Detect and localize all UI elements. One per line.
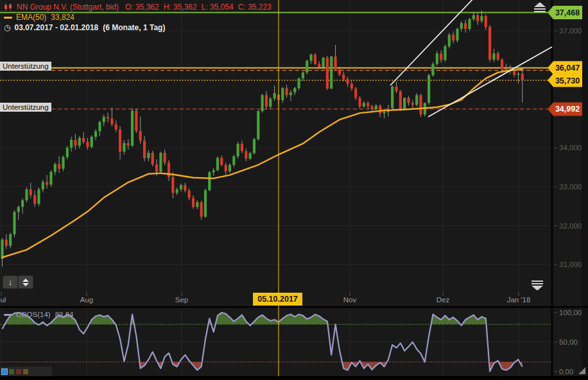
candle xyxy=(21,200,24,207)
candle xyxy=(164,153,166,162)
panel-separator xyxy=(0,306,588,308)
candle xyxy=(98,122,101,132)
candle xyxy=(220,158,223,165)
month-label: Sep xyxy=(175,296,188,304)
price-badge[interactable]: 37,468 xyxy=(548,6,582,19)
candle xyxy=(176,189,178,193)
candle xyxy=(9,234,12,246)
candle xyxy=(521,74,524,80)
color-swatch-green[interactable] xyxy=(9,369,14,374)
candle xyxy=(58,164,60,169)
ema-label: EMA(50) xyxy=(16,13,46,22)
month-label: Dez xyxy=(437,296,450,304)
candle xyxy=(70,140,73,148)
candle xyxy=(46,182,48,185)
candle xyxy=(54,164,56,172)
badge-value: 36,047 xyxy=(555,64,580,73)
candle xyxy=(123,143,125,151)
chart-canvas[interactable]: JulAugSepNovDezJan '1837,00034,00033,000… xyxy=(0,0,588,380)
candle xyxy=(25,189,28,200)
candle xyxy=(229,165,231,171)
ohlc-open-label: O: xyxy=(125,3,134,12)
expand-collapse-button[interactable] xyxy=(18,275,33,289)
expand-icon xyxy=(22,279,29,286)
candle xyxy=(33,195,36,203)
candle xyxy=(66,148,69,157)
candle xyxy=(107,117,109,118)
candle xyxy=(49,172,52,185)
support-label-lower[interactable]: Unterstützung xyxy=(0,103,51,112)
candle xyxy=(180,185,182,189)
candle xyxy=(212,170,215,172)
indicator-color-toolbar[interactable] xyxy=(0,367,52,376)
candle xyxy=(139,131,142,141)
candle xyxy=(513,71,515,74)
color-swatch-red[interactable] xyxy=(16,369,21,374)
obos-tick-label: 0,00 xyxy=(559,368,573,376)
price-tick-label: 37,000 xyxy=(559,27,582,35)
ema-line-icon xyxy=(4,17,12,19)
obos-tick-label: 50,00 xyxy=(559,338,578,346)
candle xyxy=(492,53,495,60)
ohlc-close-label: C: xyxy=(238,3,246,12)
candle xyxy=(192,198,195,207)
candle xyxy=(440,53,442,60)
scroll-down-marker-icon[interactable] xyxy=(532,281,543,290)
candle xyxy=(358,98,361,106)
obos-value: 83,84 xyxy=(55,311,74,318)
candle xyxy=(293,88,296,92)
candle xyxy=(42,182,44,190)
candle xyxy=(383,112,385,113)
obos-tick-label: 100,00 xyxy=(559,309,582,316)
price-badge[interactable]: 36,047 xyxy=(548,61,582,74)
candle xyxy=(5,239,8,246)
candle xyxy=(245,151,247,159)
price-tick-label: 32,000 xyxy=(559,222,582,230)
candle xyxy=(74,140,76,146)
month-label: Jan '18 xyxy=(507,296,531,304)
candle xyxy=(94,132,97,137)
price-badge[interactable]: 34,992 xyxy=(548,102,582,116)
panel-resize-handle[interactable] xyxy=(578,367,585,374)
candle xyxy=(188,191,191,198)
candle xyxy=(448,35,451,46)
candle xyxy=(309,55,312,61)
obos-label: OBOS(14) xyxy=(16,311,51,318)
candle xyxy=(78,138,81,146)
candle xyxy=(363,103,365,106)
candle xyxy=(346,79,349,83)
candle xyxy=(460,23,463,29)
color-swatch-amber[interactable] xyxy=(23,369,28,374)
candle xyxy=(37,189,40,203)
candle xyxy=(306,61,308,73)
candle xyxy=(431,64,434,76)
color-swatch-blue[interactable] xyxy=(2,369,7,374)
candlestick-series-icon xyxy=(4,3,13,11)
scroll-up-marker-icon[interactable] xyxy=(534,3,546,12)
price-badge[interactable]: 35,730 xyxy=(548,74,582,87)
instrument-row: NN Group N.V. (Stuttgart, bid) O: 35,362… xyxy=(4,2,272,12)
candle xyxy=(290,92,292,95)
crosshair-date-badge[interactable]: 05.10.2017 xyxy=(253,293,302,306)
candle xyxy=(342,74,345,79)
candle xyxy=(281,88,284,100)
scroll-down-button[interactable]: ↓ xyxy=(3,275,18,289)
instrument-title: NN Group N.V. (Stuttgart, bid) xyxy=(17,3,119,12)
candle xyxy=(452,35,454,40)
candle xyxy=(151,153,154,164)
support-label-upper[interactable]: Unterstützung xyxy=(0,62,51,71)
ohlc-low-value: 35,054 xyxy=(210,3,234,12)
candle xyxy=(13,212,15,234)
candle xyxy=(399,91,402,108)
candle xyxy=(103,117,105,122)
period-label: (6 Monate, 1 Tag) xyxy=(103,23,165,32)
candle xyxy=(302,73,304,78)
candle xyxy=(171,177,174,193)
candle xyxy=(237,144,239,156)
candle xyxy=(17,207,20,212)
candle xyxy=(131,110,134,146)
candle xyxy=(30,189,32,195)
candle xyxy=(322,58,324,67)
month-label: Jul xyxy=(0,296,6,304)
candle xyxy=(143,141,146,158)
